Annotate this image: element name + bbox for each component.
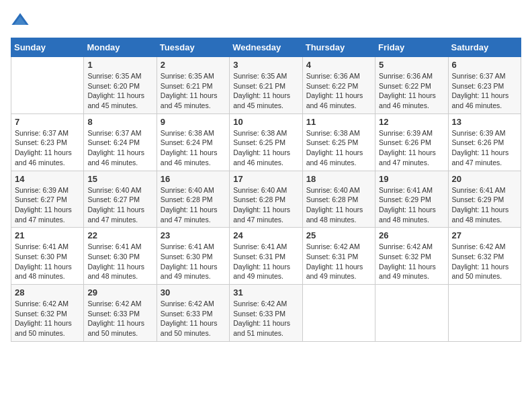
day-info: Sunrise: 6:41 AMSunset: 6:30 PMDaylight:… [87,242,152,281]
calendar-header-thursday: Thursday [302,38,375,57]
day-info: Sunrise: 6:41 AMSunset: 6:29 PMDaylight:… [452,185,517,225]
day-info: Sunrise: 6:37 AMSunset: 6:24 PMDaylight:… [87,128,152,168]
calendar-cell [448,285,521,342]
day-number: 26 [379,230,444,240]
calendar-cell: 1Sunrise: 6:35 AMSunset: 6:20 PMDaylight… [84,57,157,114]
day-number: 5 [379,60,444,70]
day-info: Sunrise: 6:36 AMSunset: 6:22 PMDaylight:… [306,71,371,111]
day-info: Sunrise: 6:35 AMSunset: 6:21 PMDaylight:… [233,71,298,111]
calendar-week-row: 7Sunrise: 6:37 AMSunset: 6:23 PMDaylight… [11,113,521,171]
day-info: Sunrise: 6:42 AMSunset: 6:32 PMDaylight:… [452,242,517,281]
day-info: Sunrise: 6:42 AMSunset: 6:33 PMDaylight:… [233,299,298,338]
calendar-cell: 22Sunrise: 6:41 AMSunset: 6:30 PMDayligh… [84,228,157,285]
calendar-cell: 17Sunrise: 6:40 AMSunset: 6:28 PMDayligh… [230,171,302,228]
day-info: Sunrise: 6:41 AMSunset: 6:31 PMDaylight:… [233,242,298,281]
calendar-cell: 2Sunrise: 6:35 AMSunset: 6:21 PMDaylight… [157,57,229,114]
day-number: 16 [161,174,226,184]
calendar-cell: 12Sunrise: 6:39 AMSunset: 6:26 PMDayligh… [375,113,448,171]
day-number: 25 [306,230,371,240]
calendar-header-monday: Monday [84,38,157,57]
day-info: Sunrise: 6:42 AMSunset: 6:31 PMDaylight:… [306,242,371,281]
day-number: 20 [452,174,517,184]
day-info: Sunrise: 6:39 AMSunset: 6:26 PMDaylight:… [452,128,517,168]
day-info: Sunrise: 6:40 AMSunset: 6:28 PMDaylight:… [306,185,371,225]
day-info: Sunrise: 6:42 AMSunset: 6:33 PMDaylight:… [87,299,152,338]
calendar-cell: 24Sunrise: 6:41 AMSunset: 6:31 PMDayligh… [230,228,302,285]
calendar-cell: 8Sunrise: 6:37 AMSunset: 6:24 PMDaylight… [84,113,157,171]
calendar-header-friday: Friday [375,38,448,57]
day-number: 12 [379,117,444,127]
day-number: 31 [233,287,298,298]
day-number: 14 [15,174,80,184]
day-info: Sunrise: 6:42 AMSunset: 6:32 PMDaylight:… [15,299,80,338]
day-info: Sunrise: 6:42 AMSunset: 6:32 PMDaylight:… [379,242,444,281]
calendar-cell: 28Sunrise: 6:42 AMSunset: 6:32 PMDayligh… [11,285,84,342]
day-info: Sunrise: 6:37 AMSunset: 6:23 PMDaylight:… [452,71,517,111]
calendar-cell: 30Sunrise: 6:42 AMSunset: 6:33 PMDayligh… [157,285,229,342]
day-info: Sunrise: 6:35 AMSunset: 6:21 PMDaylight:… [161,71,226,111]
day-number: 9 [161,117,226,127]
day-number: 19 [379,174,444,184]
day-info: Sunrise: 6:39 AMSunset: 6:26 PMDaylight:… [379,128,444,168]
day-info: Sunrise: 6:38 AMSunset: 6:25 PMDaylight:… [306,128,371,168]
day-number: 3 [233,60,298,70]
day-number: 24 [233,230,298,240]
day-info: Sunrise: 6:40 AMSunset: 6:27 PMDaylight:… [87,185,152,225]
calendar-cell: 13Sunrise: 6:39 AMSunset: 6:26 PMDayligh… [448,113,521,171]
logo-icon [11,11,30,30]
day-info: Sunrise: 6:40 AMSunset: 6:28 PMDaylight:… [161,185,226,225]
day-info: Sunrise: 6:37 AMSunset: 6:23 PMDaylight:… [15,128,80,168]
day-number: 10 [233,117,298,127]
calendar-cell: 5Sunrise: 6:36 AMSunset: 6:22 PMDaylight… [375,57,448,114]
day-info: Sunrise: 6:38 AMSunset: 6:25 PMDaylight:… [233,128,298,168]
day-number: 30 [161,287,226,298]
calendar-cell: 23Sunrise: 6:41 AMSunset: 6:30 PMDayligh… [157,228,229,285]
calendar-cell: 25Sunrise: 6:42 AMSunset: 6:31 PMDayligh… [302,228,375,285]
day-number: 11 [306,117,371,127]
calendar-cell: 6Sunrise: 6:37 AMSunset: 6:23 PMDaylight… [448,57,521,114]
day-number: 23 [161,230,226,240]
calendar-header-row: SundayMondayTuesdayWednesdayThursdayFrid… [11,38,521,57]
day-number: 17 [233,174,298,184]
day-info: Sunrise: 6:36 AMSunset: 6:22 PMDaylight:… [379,71,444,111]
day-number: 13 [452,117,517,127]
day-number: 2 [161,60,226,70]
day-number: 8 [87,117,152,127]
day-info: Sunrise: 6:41 AMSunset: 6:30 PMDaylight:… [161,242,226,281]
day-number: 4 [306,60,371,70]
calendar-cell [302,285,375,342]
calendar-cell [375,285,448,342]
day-info: Sunrise: 6:38 AMSunset: 6:24 PMDaylight:… [161,128,226,168]
day-info: Sunrise: 6:41 AMSunset: 6:29 PMDaylight:… [379,185,444,225]
calendar-cell: 14Sunrise: 6:39 AMSunset: 6:27 PMDayligh… [11,171,84,228]
calendar-header-saturday: Saturday [448,38,521,57]
calendar-table: SundayMondayTuesdayWednesdayThursdayFrid… [11,38,521,342]
day-number: 15 [87,174,152,184]
calendar-week-row: 14Sunrise: 6:39 AMSunset: 6:27 PMDayligh… [11,171,521,228]
calendar-cell: 29Sunrise: 6:42 AMSunset: 6:33 PMDayligh… [84,285,157,342]
day-info: Sunrise: 6:41 AMSunset: 6:30 PMDaylight:… [15,242,80,281]
calendar-cell: 18Sunrise: 6:40 AMSunset: 6:28 PMDayligh… [302,171,375,228]
page-header [11,11,521,30]
day-number: 29 [87,287,152,298]
calendar-cell: 21Sunrise: 6:41 AMSunset: 6:30 PMDayligh… [11,228,84,285]
calendar-header-tuesday: Tuesday [157,38,229,57]
calendar-cell: 20Sunrise: 6:41 AMSunset: 6:29 PMDayligh… [448,171,521,228]
logo [11,11,32,30]
calendar-cell: 26Sunrise: 6:42 AMSunset: 6:32 PMDayligh… [375,228,448,285]
calendar-cell: 31Sunrise: 6:42 AMSunset: 6:33 PMDayligh… [230,285,302,342]
day-number: 27 [452,230,517,240]
calendar-week-row: 1Sunrise: 6:35 AMSunset: 6:20 PMDaylight… [11,57,521,114]
day-info: Sunrise: 6:39 AMSunset: 6:27 PMDaylight:… [15,185,80,225]
day-number: 6 [452,60,517,70]
calendar-cell: 10Sunrise: 6:38 AMSunset: 6:25 PMDayligh… [230,113,302,171]
calendar-cell: 9Sunrise: 6:38 AMSunset: 6:24 PMDaylight… [157,113,229,171]
calendar-cell: 11Sunrise: 6:38 AMSunset: 6:25 PMDayligh… [302,113,375,171]
day-info: Sunrise: 6:42 AMSunset: 6:33 PMDaylight:… [161,299,226,338]
calendar-cell: 15Sunrise: 6:40 AMSunset: 6:27 PMDayligh… [84,171,157,228]
day-number: 18 [306,174,371,184]
calendar-week-row: 28Sunrise: 6:42 AMSunset: 6:32 PMDayligh… [11,285,521,342]
calendar-header-sunday: Sunday [11,38,84,57]
day-info: Sunrise: 6:40 AMSunset: 6:28 PMDaylight:… [233,185,298,225]
day-number: 1 [87,60,152,70]
